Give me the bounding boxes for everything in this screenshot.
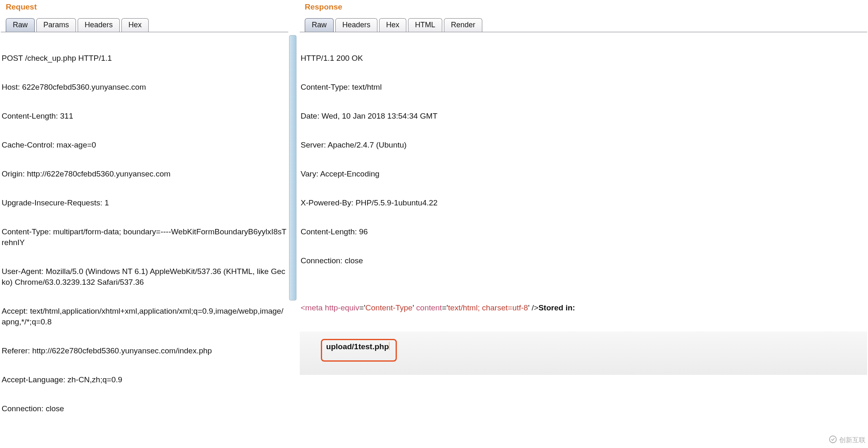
attr-value: Content-Type (365, 303, 413, 312)
watermark: 创新互联 (828, 435, 866, 446)
response-title: Response (305, 2, 862, 12)
tab-render[interactable]: Render (444, 18, 482, 32)
tab-raw[interactable]: Raw (6, 18, 35, 32)
tab-hex[interactable]: Hex (121, 18, 149, 32)
req-line: Content-Type: multipart/form-data; bound… (1, 226, 288, 248)
tab-params[interactable]: Params (36, 18, 76, 32)
res-line: Server: Apache/2.4.7 (Ubuntu) (300, 140, 867, 150)
res-line: Date: Wed, 10 Jan 2018 13:54:34 GMT (300, 111, 867, 122)
highlight-row: upload/1test.php (300, 331, 867, 375)
text: =' (442, 303, 448, 312)
req-line: Accept: text/html,application/xhtml+xml,… (1, 306, 288, 327)
req-line: Content-Length: 311 (1, 111, 288, 122)
text: ' /> (528, 303, 538, 312)
split-handle[interactable] (289, 0, 299, 448)
text: ' (413, 303, 416, 312)
attr: content (416, 303, 442, 312)
tab-html[interactable]: HTML (408, 18, 442, 32)
attr: http-equiv (323, 303, 359, 312)
req-line: Cache-Control: max-age=0 (1, 140, 288, 150)
logo-icon (828, 435, 837, 446)
res-line: Content-Length: 96 (300, 226, 867, 237)
response-tabs: Raw Headers Hex HTML Render (299, 16, 868, 32)
tag-open: < (301, 303, 305, 312)
tab-headers[interactable]: Headers (335, 18, 377, 32)
res-line: HTTP/1.1 200 OK (300, 53, 867, 64)
res-line: Content-Type: text/html (300, 82, 867, 93)
req-line: User-Agent: Mozilla/5.0 (Windows NT 6.1)… (1, 266, 288, 288)
tab-raw[interactable]: Raw (305, 18, 334, 32)
request-tabs: Raw Params Headers Hex (0, 16, 289, 32)
response-raw-text[interactable]: HTTP/1.1 200 OK Content-Type: text/html … (300, 32, 867, 448)
req-line: Upgrade-Insecure-Requests: 1 (1, 198, 288, 208)
request-title: Request (6, 2, 283, 12)
response-panel: Response Raw Headers Hex HTML Render HTT… (299, 0, 868, 448)
highlight-box: upload/1test.php (321, 339, 397, 362)
res-line: X-Powered-By: PHP/5.5.9-1ubuntu4.22 (300, 198, 867, 208)
text-caret-icon (389, 342, 389, 350)
request-content-wrap: POST /check_up.php HTTP/1.1 Host: 622e78… (1, 32, 288, 448)
req-line: POST /check_up.php HTTP/1.1 (1, 53, 288, 64)
svg-point-0 (830, 436, 837, 443)
req-line: Host: 622e780cfebd5360.yunyansec.com (1, 82, 288, 93)
req-line: Origin: http://622e780cfebd5360.yunyanse… (1, 169, 288, 179)
req-line: Accept-Language: zh-CN,zh;q=0.9 (1, 374, 288, 385)
upload-path: upload/1test.php (326, 342, 389, 351)
tag-name: meta (305, 303, 323, 312)
req-line: Referer: http://622e780cfebd5360.yunyans… (1, 346, 288, 356)
res-body-line: <meta http-equiv='Content-Type' content=… (300, 303, 867, 313)
tab-headers[interactable]: Headers (78, 18, 120, 32)
request-raw-text[interactable]: POST /check_up.php HTTP/1.1 Host: 622e78… (1, 32, 288, 448)
attr-value: text/html; charset=utf-8 (448, 303, 528, 312)
tab-hex[interactable]: Hex (379, 18, 406, 32)
request-panel: Request Raw Params Headers Hex POST /che… (0, 0, 289, 448)
watermark-text: 创新互联 (839, 436, 866, 445)
response-content-wrap: HTTP/1.1 200 OK Content-Type: text/html … (300, 32, 867, 448)
req-line: Connection: close (1, 403, 288, 414)
text: =' (359, 303, 365, 312)
stored-in-label: Stored in: (538, 303, 577, 312)
res-line: Vary: Accept-Encoding (300, 169, 867, 179)
res-line: Connection: close (300, 255, 867, 266)
